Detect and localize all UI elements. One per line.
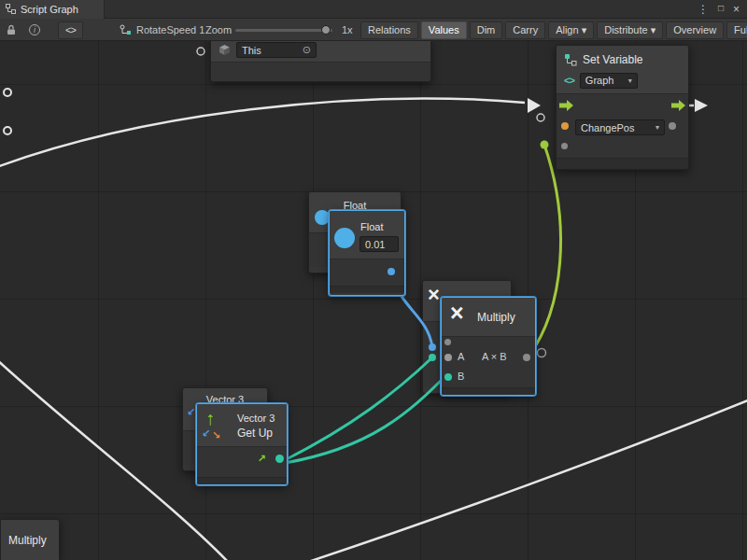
float-icon [315,210,330,225]
node-title: Vector 3 [237,413,275,424]
graph-tab-icon [6,4,16,14]
port-label-b: B [458,371,464,382]
cube-icon [218,44,231,56]
lock-button[interactable] [7,19,16,41]
vector3-get-up-node[interactable]: ↑ ↙ ↘ Vector 3 Get Up ↗ [196,403,288,485]
overview-button[interactable]: Overview [666,21,724,39]
set-variable-node[interactable]: Set Variable <> Graph ▾ ChangePos ▾ [556,45,689,170]
carry-button[interactable]: Carry [505,21,545,39]
maximize-icon[interactable]: □ [718,3,724,16]
float-icon [334,228,355,248]
kebab-menu-icon[interactable]: ⋮ [698,3,709,16]
up-right-arrow-icon: ↗ [258,454,266,464]
zoom-slider-track[interactable] [235,29,332,32]
variable-out-port[interactable] [669,122,676,130]
values-button[interactable]: Values [421,21,467,39]
relations-button[interactable]: Relations [360,21,418,39]
info-button[interactable]: i [29,19,40,41]
up-arrow-icon: ↑ [205,409,215,427]
zoom-slider-knob[interactable] [321,25,331,35]
script-graph-icon [120,24,132,35]
script-graph-window: Script Graph ⋮ □ × i <> RotateS [0,0,747,560]
this-object-field[interactable]: This ⊙ [236,42,317,58]
port-label-axb: A × B [482,351,507,362]
angle-brackets-icon: <> [58,21,83,39]
multiply-node[interactable]: × Multiply A A × B B [441,297,536,396]
multiply-output-port[interactable] [523,354,530,361]
graph-toolbar: i <> RotateSpeed 1 Zoom 1x Relations Val… [0,19,747,41]
port-label-a: A [458,351,464,362]
distribute-dropdown-button[interactable]: Distribute ▾ [597,21,663,39]
graph-kind-icon: <> [564,75,574,86]
this-node[interactable]: This ⊙ [210,37,431,82]
variable-kind-dropdown[interactable]: Graph ▾ [580,73,638,89]
float-output-port[interactable] [388,268,395,275]
node-title: Set Variable [583,53,642,66]
fallback-port[interactable] [561,143,568,149]
toolbar-buttons: Relations Values Dim Carry Align ▾ Distr… [360,19,747,41]
float-value-field[interactable]: 0.01 [359,236,399,252]
float-node[interactable]: Float 0.01 [329,210,405,296]
graph-breadcrumb[interactable]: RotateSpeed 1 [120,19,204,41]
multiply-a-port[interactable] [444,354,452,361]
close-icon[interactable]: × [733,3,740,16]
graph-name: RotateSpeed 1 [136,24,204,35]
window-tab-bar: Script Graph ⋮ □ × [0,0,747,19]
this-field-value: This [242,45,261,56]
variable-icon [564,53,577,66]
fullscreen-button[interactable]: Full Screen [726,21,747,39]
multiply-b-port[interactable] [444,373,452,381]
lock-icon [7,24,16,35]
variable-name-value: ChangePos [581,122,635,133]
info-icon: i [29,24,40,35]
multiply-extra-port[interactable] [444,339,451,345]
down-left-arrow-icon: ↙ [187,407,195,417]
node-title: Multiply [8,534,47,547]
node-title: Multiply [477,311,515,324]
down-right-arrow-icon: ↘ [212,430,220,441]
chevron-down-icon: ▾ [625,77,632,85]
zoom-label: Zoom [205,19,232,41]
down-left-arrow-icon: ↙ [202,428,210,439]
tab-script-graph[interactable]: Script Graph [0,0,105,19]
vector3-output-port[interactable] [275,455,284,463]
zoom-value: 1x [342,19,353,41]
multiply-icon: × [428,285,440,305]
multiply-icon: × [450,301,464,325]
variable-name-dropdown[interactable]: ChangePos ▾ [575,119,665,135]
flow-in-arrow-icon[interactable] [559,100,573,111]
tab-title: Script Graph [21,4,78,15]
object-picker-icon[interactable]: ⊙ [303,44,311,56]
dim-button[interactable]: Dim [470,21,503,39]
variable-name-port[interactable] [561,122,569,130]
flow-out-arrow-icon[interactable] [671,100,685,111]
window-controls: ⋮ □ × [698,3,747,16]
chevron-down-icon: ▾ [652,123,659,132]
corner-multiply-node[interactable]: Multiply [0,519,60,560]
float-value: 0.01 [365,239,385,250]
node-title: Float [360,221,383,232]
node-subtitle: Get Up [237,427,273,440]
variable-kind-value: Graph [585,75,614,86]
code-preview-button[interactable]: <> [58,19,83,41]
align-dropdown-button[interactable]: Align ▾ [548,21,594,39]
